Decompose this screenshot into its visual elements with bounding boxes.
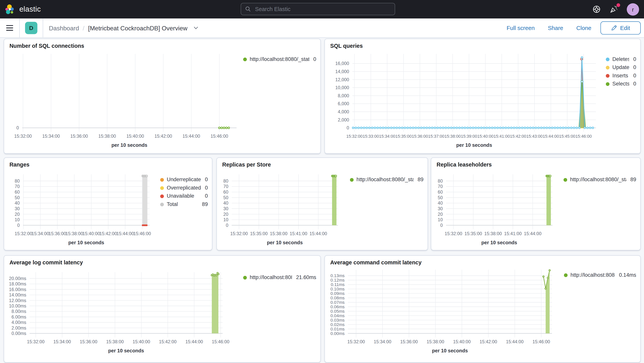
legend-value: 0 [205,185,208,191]
svg-text:50: 50 [438,195,443,200]
svg-text:10: 10 [223,217,228,222]
svg-text:16,000: 16,000 [335,61,349,66]
legend-item[interactable]: http://localhost:8080...0.14ms [564,272,636,278]
svg-text:40: 40 [223,201,228,206]
hamburger-menu-button[interactable] [0,19,19,38]
legend-label: Underreplicated [167,177,201,183]
breadcrumb-dashboard-link[interactable]: Dashboard [49,24,79,31]
svg-text:15:34:00: 15:34:00 [42,134,60,139]
legend-item[interactable]: Deletes0 [606,56,636,62]
svg-text:16.00ms: 16.00ms [9,287,26,292]
legend-value: 0 [633,65,636,70]
chart-canvas[interactable]: 0102030405060708015:32:0015:35:0015:38:0… [431,158,641,250]
svg-text:15:36:00: 15:36:00 [412,134,428,139]
legend-swatch-icon [350,178,354,181]
chart-legend: http://localhost:808...21.60ms [243,275,316,280]
user-menu-button[interactable]: r [627,3,639,16]
svg-text:15:32:00: 15:32:00 [444,231,462,236]
legend-swatch-icon [160,186,164,190]
legend-label: Selects [612,81,629,87]
svg-text:0.00ms: 0.00ms [330,331,344,336]
svg-text:15:40:00: 15:40:00 [453,339,471,344]
search-input[interactable] [254,6,391,13]
svg-text:18.00ms: 18.00ms [9,281,26,286]
edit-button[interactable]: Edit [600,22,641,35]
chart-canvas[interactable]: 02,0004,0006,0008,00010,00012,00014,0001… [325,39,641,154]
legend-item[interactable]: http://localhost:8080/_sta...89 [564,177,636,183]
legend-item[interactable]: Unavailable0 [160,193,208,199]
legend-label: Updates [612,65,629,70]
clone-button[interactable]: Clone [570,25,598,31]
chart-canvas[interactable]: 0102030405060708015:32:0015:35:0015:38:0… [217,158,428,250]
svg-text:20: 20 [223,212,228,217]
chart-legend: Underreplicated0Overreplicated0Unavailab… [160,177,208,207]
panel-average-command-commit-latency: Average command commit latency 0.00ms0.0… [324,255,641,362]
svg-text:14.00ms: 14.00ms [9,292,26,297]
svg-text:15:44:00: 15:44:00 [182,134,200,139]
legend-swatch-icon [606,82,610,86]
header-right-controls: r [592,0,639,19]
legend-item[interactable]: http://localhost:8080/_sta...89 [350,177,423,183]
hamburger-icon [6,25,13,31]
svg-text:15:42:00: 15:42:00 [159,339,176,344]
legend-value: 0 [205,177,208,183]
legend-item[interactable]: Underreplicated0 [160,177,208,183]
svg-text:0.08ms: 0.08ms [330,295,344,300]
svg-text:20.00ms: 20.00ms [9,276,26,281]
legend-item[interactable]: http://localhost:808...21.60ms [243,275,316,280]
svg-text:4,000: 4,000 [338,109,349,114]
legend-value: 0 [633,81,636,87]
legend-swatch-icon [243,276,247,279]
panel-title: Average command commit latency [330,259,422,265]
panel-title: SQL queries [330,43,363,49]
global-search[interactable] [241,3,395,15]
legend-item[interactable]: Updates0 [606,65,636,70]
title-menu-button[interactable] [194,26,199,30]
pencil-icon [611,25,617,31]
legend-value: 89 [202,202,208,207]
svg-text:40: 40 [438,201,443,206]
svg-text:6.00ms: 6.00ms [12,314,26,319]
legend-item[interactable]: Total89 [160,202,208,207]
share-button[interactable]: Share [541,25,570,31]
news-button[interactable] [610,5,618,14]
legend-swatch-icon [606,58,610,61]
help-button[interactable] [592,5,601,14]
legend-item[interactable]: http://localhost:8080/_stat...0 [243,56,316,62]
svg-text:20: 20 [15,212,20,217]
chart-legend: http://localhost:8080/_sta...89 [564,177,636,183]
legend-item[interactable]: Inserts0 [606,73,636,79]
chart-canvas[interactable]: 0.00ms2.00ms4.00ms6.00ms8.00ms10.00ms12.… [4,256,321,362]
svg-text:2,000: 2,000 [338,117,349,122]
svg-text:15:46:00: 15:46:00 [210,134,228,139]
legend-item[interactable]: Selects0 [606,81,636,87]
svg-text:40: 40 [15,201,20,206]
svg-text:12,000: 12,000 [335,77,349,82]
chart-canvas[interactable]: 0.00ms0.01ms0.02ms0.03ms0.04ms0.05ms0.06… [325,256,641,362]
svg-text:15:38:00: 15:38:00 [66,231,83,236]
full-screen-button[interactable]: Full screen [500,25,542,31]
svg-text:80: 80 [223,179,228,184]
legend-label: Total [167,202,198,207]
space-switcher-button[interactable]: D [25,22,38,34]
svg-text:15:42:00: 15:42:00 [100,231,117,236]
svg-text:15:35:00: 15:35:00 [250,231,268,236]
svg-text:15:36:00: 15:36:00 [400,339,418,344]
legend-value: 0 [205,193,208,199]
chart-legend: http://localhost:8080/_stat...0 [243,56,316,62]
legend-value: 0 [633,73,636,79]
svg-text:15:36:00: 15:36:00 [80,339,98,344]
elastic-brand[interactable]: elastic [0,4,41,15]
svg-text:8,000: 8,000 [338,93,349,98]
svg-text:15:32:00: 15:32:00 [14,134,32,139]
svg-text:15:32:00: 15:32:00 [347,339,365,344]
svg-text:15:41:00: 15:41:00 [290,231,307,236]
svg-text:15:38:00: 15:38:00 [270,231,288,236]
svg-text:14,000: 14,000 [335,69,349,74]
legend-item[interactable]: Overreplicated0 [160,185,208,191]
svg-text:60: 60 [223,190,228,195]
legend-swatch-icon [564,178,567,181]
svg-text:0: 0 [16,125,19,130]
legend-label: http://localhost:808... [250,275,292,280]
svg-text:15:34:00: 15:34:00 [53,339,71,344]
